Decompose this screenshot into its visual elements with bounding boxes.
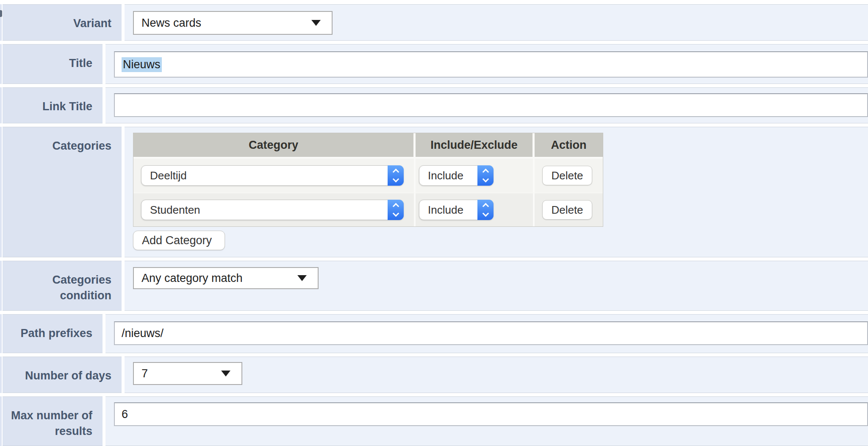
path-prefixes-label: Path prefixes <box>3 314 103 353</box>
column-header-category: Category <box>133 133 413 157</box>
link-title-label: Link Title <box>3 87 103 123</box>
title-label: Title <box>3 44 103 84</box>
category-select[interactable]: Deeltijd <box>141 165 404 186</box>
categories-table-header: Category Include/Exclude Action <box>133 133 603 157</box>
include-exclude-select-value: Include <box>419 203 463 217</box>
field-row-categories-condition: Categories condition Any category match <box>0 261 868 311</box>
include-exclude-cell: Include <box>416 159 535 192</box>
path-prefixes-content <box>105 314 868 353</box>
field-row-variant: Variant News cards <box>0 4 868 41</box>
categories-condition-content: Any category match <box>125 261 868 311</box>
field-row-path-prefixes: Path prefixes <box>0 314 868 353</box>
include-exclude-select-value: Include <box>419 169 463 182</box>
title-input-selected-text: Nieuws <box>122 57 162 72</box>
category-select[interactable]: Studenten <box>141 200 404 220</box>
include-exclude-select[interactable]: Include <box>419 200 494 220</box>
variant-label: Variant <box>3 4 122 41</box>
categories-condition-select-value: Any category match <box>141 272 243 285</box>
category-select-value: Studenten <box>141 203 200 217</box>
categories-label: Categories <box>3 127 122 257</box>
number-of-days-content: 7 <box>125 357 868 393</box>
variant-select[interactable]: News cards <box>133 11 333 35</box>
table-row: Studenten Include <box>133 192 603 226</box>
link-title-content <box>105 87 868 123</box>
column-header-include-exclude: Include/Exclude <box>416 133 532 157</box>
categories-table: Category Include/Exclude Action Deeltijd <box>133 133 603 227</box>
field-row-categories: Categories Category Include/Exclude Acti… <box>0 127 868 257</box>
categories-condition-label: Categories condition <box>3 261 122 311</box>
column-header-action: Action <box>535 133 603 157</box>
block-settings-form-page: Variant News cards Title Nieuws Link Tit… <box>0 0 868 446</box>
categories-condition-select[interactable]: Any category match <box>133 267 319 289</box>
category-cell: Studenten <box>133 193 416 226</box>
category-cell: Deeltijd <box>133 159 416 192</box>
delete-category-button[interactable]: Delete <box>542 200 592 220</box>
link-title-input[interactable] <box>114 93 868 117</box>
dropdown-arrow-icon <box>311 20 321 26</box>
number-of-days-select-value: 7 <box>141 367 148 380</box>
max-number-of-results-input[interactable] <box>114 402 868 426</box>
include-exclude-select[interactable]: Include <box>419 165 494 186</box>
select-stepper-icon <box>477 200 494 220</box>
add-category-button[interactable]: Add Category <box>133 231 225 250</box>
left-edge-artifact <box>0 10 2 17</box>
categories-table-body: Deeltijd Include <box>133 159 603 226</box>
title-content: Nieuws <box>105 44 868 84</box>
number-of-days-label: Number of days <box>3 357 122 393</box>
select-stepper-icon <box>388 200 404 220</box>
max-number-of-results-content <box>105 396 868 446</box>
field-row-max-number-of-results: Max number of results <box>0 396 868 446</box>
variant-select-value: News cards <box>141 17 201 30</box>
dropdown-arrow-icon <box>221 371 230 376</box>
select-stepper-icon <box>477 165 494 186</box>
max-number-of-results-label: Max number of results <box>3 396 103 446</box>
action-cell: Delete <box>535 193 603 226</box>
path-prefixes-input[interactable] <box>114 321 868 345</box>
field-row-link-title: Link Title <box>0 87 868 123</box>
select-stepper-icon <box>388 165 404 186</box>
field-row-number-of-days: Number of days 7 <box>0 357 868 393</box>
category-select-value: Deeltijd <box>141 169 187 182</box>
title-input[interactable]: Nieuws <box>114 51 868 78</box>
block-settings-form: Variant News cards Title Nieuws Link Tit… <box>0 4 868 446</box>
dropdown-arrow-icon <box>297 275 307 281</box>
field-row-title: Title Nieuws <box>0 44 868 84</box>
delete-category-button[interactable]: Delete <box>542 166 592 185</box>
action-cell: Delete <box>535 159 603 192</box>
categories-content: Category Include/Exclude Action Deeltijd <box>125 127 868 257</box>
include-exclude-cell: Include <box>416 193 535 226</box>
number-of-days-select[interactable]: 7 <box>133 362 242 385</box>
table-row: Deeltijd Include <box>133 159 603 192</box>
variant-content: News cards <box>125 4 868 41</box>
